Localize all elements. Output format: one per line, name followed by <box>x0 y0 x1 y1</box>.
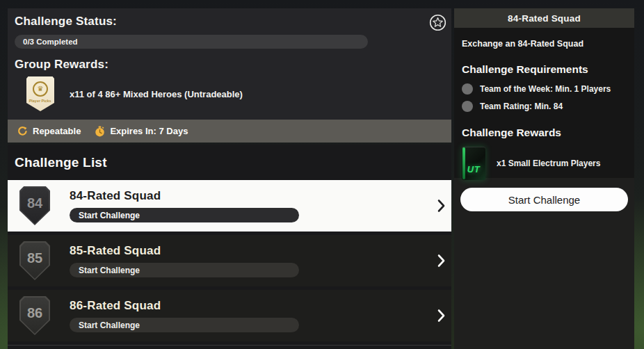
player-picks-emblem-icon: ♛ <box>33 81 48 97</box>
favorite-star-icon[interactable] <box>429 14 446 31</box>
player-picks-caption: Player Picks <box>29 99 51 102</box>
group-reward-item: ♛ Player Picks x11 of 4 86+ Mixed Heroes… <box>15 76 444 111</box>
start-challenge-progress-pill: Start Challenge <box>70 318 299 332</box>
requirement-status-dot <box>462 83 473 95</box>
ut-pack-logo: UT <box>467 164 480 174</box>
challenge-detail-panel: 84-Rated Squad Exchange an 84-Rated Squa… <box>454 8 634 349</box>
challenge-row-title: 84-Rated Squad <box>70 189 299 203</box>
challenge-row-title: 86-Rated Squad <box>70 299 299 313</box>
challenge-row-title: 85-Rated Squad <box>70 244 299 258</box>
rating-value: 85 <box>27 250 42 272</box>
chevron-right-icon <box>437 254 445 268</box>
challenge-list-section: Challenge List 84 84-Rated Squad Start C… <box>8 145 451 349</box>
rating-value: 84 <box>27 195 42 217</box>
detail-panel-content: Exchange an 84-Rated Squad Challenge Req… <box>454 28 634 178</box>
list-end-divider <box>8 345 451 349</box>
rewards-title: Challenge Rewards <box>462 127 627 139</box>
challenge-status-section: Challenge Status: 0/3 Completed Group Re… <box>8 8 451 120</box>
start-challenge-progress-pill: Start Challenge <box>70 208 299 222</box>
challenge-row-86[interactable]: 86 86-Rated Squad Start Challenge <box>8 290 451 341</box>
group-reward-label: x11 of 4 86+ Mixed Heroes (Untradeable) <box>70 89 243 99</box>
detail-panel-header: 84-Rated Squad <box>454 8 634 28</box>
rating-shield-icon: 84 <box>19 186 50 225</box>
challenge-row-84[interactable]: 84 84-Rated Squad Start Challenge <box>8 180 451 232</box>
requirements-title: Challenge Requirements <box>462 63 627 76</box>
challenge-progress-bar: 0/3 Completed <box>15 35 368 49</box>
requirement-label: Team of the Week: Min. 1 Players <box>480 84 611 94</box>
expires-label: Expires In: 7 Days <box>110 126 188 136</box>
requirement-status-dot <box>462 101 473 112</box>
challenge-reward-item: UT x1 Small Electrum Players <box>462 147 627 180</box>
rating-shield-icon: 86 <box>19 296 50 335</box>
group-rewards-title: Group Rewards: <box>15 58 444 72</box>
detail-panel-title: 84-Rated Squad <box>508 13 581 24</box>
challenge-reward-label: x1 Small Electrum Players <box>497 159 600 168</box>
challenge-status-title: Challenge Status: <box>15 15 444 29</box>
detail-panel-footer: Start Challenge <box>454 178 634 349</box>
challenge-group-panel: Challenge Status: 0/3 Completed Group Re… <box>8 8 451 349</box>
requirement-label: Team Rating: Min. 84 <box>480 102 563 111</box>
stopwatch-icon <box>95 126 105 137</box>
rating-shield-icon: 85 <box>19 241 50 280</box>
challenge-row-85[interactable]: 85 85-Rated Squad Start Challenge <box>8 235 451 286</box>
rating-value: 86 <box>27 305 42 327</box>
start-challenge-progress-pill: Start Challenge <box>70 263 299 277</box>
challenge-progress-label: 0/3 Completed <box>23 38 78 46</box>
challenge-list-title: Challenge List <box>8 145 451 180</box>
player-picks-card-icon: ♛ Player Picks <box>26 76 54 111</box>
requirement-item: Team of the Week: Min. 1 Players <box>462 83 627 95</box>
requirement-item: Team Rating: Min. 84 <box>462 101 627 112</box>
chevron-right-icon <box>437 309 445 323</box>
chevron-right-icon <box>437 200 445 213</box>
start-challenge-button[interactable]: Start Challenge <box>460 188 628 211</box>
repeat-icon <box>17 126 28 136</box>
repeatable-label: Repeatable <box>33 126 81 136</box>
challenge-description: Exchange an 84-Rated Squad <box>462 39 627 49</box>
ut-pack-icon: UT <box>462 147 485 180</box>
challenge-meta-bar: Repeatable Expires In: 7 Days <box>8 120 451 143</box>
